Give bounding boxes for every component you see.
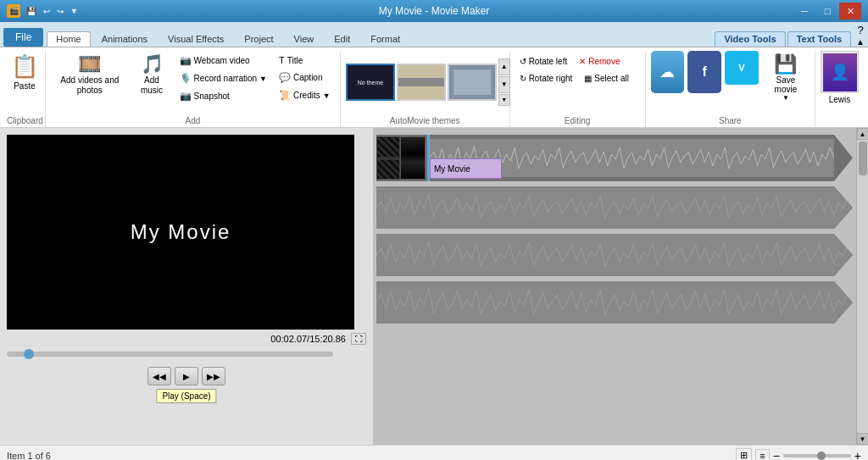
theme-contemporary[interactable] (448, 64, 497, 101)
svg-rect-5 (453, 69, 491, 95)
record-icon: 🎙️ (180, 73, 192, 84)
remove-button[interactable]: ✕ Remove (575, 54, 624, 69)
status-bar: Item 1 of 6 ⊞ ≡ − + (0, 445, 868, 460)
add-label: Add (51, 113, 334, 127)
timeline-view-btn[interactable]: ≡ (755, 449, 769, 461)
zoom-slider[interactable] (783, 454, 851, 457)
seek-thumb[interactable] (24, 349, 34, 359)
preview-panel: My Movie 00:02.07/15:20.86 ⛶ ◀◀ ▶ ▶▶ Pla… (0, 128, 373, 445)
save-quick-btn[interactable]: 💾 (24, 6, 39, 17)
snapshot-button[interactable]: 📷 Snapshot (175, 88, 271, 104)
tab-view[interactable]: View (285, 31, 324, 47)
themes-scroll-down[interactable]: ▼ (498, 76, 510, 93)
expand-preview-btn[interactable]: ⛶ (351, 333, 366, 345)
editing-group: ↺ Rotate left ✕ Remove ↻ Rotate right ▦ … (510, 51, 646, 127)
remove-icon: ✕ (579, 57, 586, 66)
add-videos-button[interactable]: 🎞️ Add videos and photos (51, 51, 128, 98)
zoom-thumb[interactable] (817, 452, 826, 460)
title-clip-text: My Movie (434, 164, 470, 174)
video-clip-2[interactable] (400, 136, 426, 180)
caption-icon: 💬 (279, 72, 291, 83)
webcam-video-button[interactable]: 📷 Webcam video (175, 53, 271, 69)
facebook-button[interactable]: f (687, 51, 721, 93)
zoom-out-btn[interactable]: − (773, 449, 780, 461)
svg-text:No theme: No theme (357, 80, 382, 86)
title-bar-left: 🎬 💾 ↩ ↪ ▼ (7, 4, 81, 18)
file-tab[interactable]: File (3, 28, 43, 47)
select-all-button[interactable]: ▦ Select all (580, 71, 633, 86)
themes-label: AutoMovie themes (346, 113, 504, 127)
video-preview: My Movie (7, 135, 354, 330)
svg-rect-8 (376, 234, 853, 276)
tab-format[interactable]: Format (361, 31, 409, 47)
scroll-down-btn[interactable]: ▼ (857, 433, 869, 445)
webcam-icon: 📷 (180, 55, 192, 66)
themes-group: No theme ▲ ▼ ▼ AutoMovie themes (341, 51, 510, 127)
tab-animations[interactable]: Animations (92, 31, 157, 47)
theme-blank[interactable]: No theme (346, 64, 395, 101)
record-dropdown-arrow[interactable]: ▼ (259, 75, 267, 83)
play-btn[interactable]: ▶ (175, 367, 198, 385)
close-btn[interactable]: ✕ (839, 3, 861, 19)
title-clip[interactable]: My Movie (430, 158, 502, 179)
title-bar: 🎬 💾 ↩ ↪ ▼ My Movie - Movie Maker ─ □ ✕ (0, 0, 868, 22)
rewind-btn[interactable]: ◀◀ (147, 367, 171, 385)
themes-scroll-up[interactable]: ▲ (498, 58, 510, 75)
tab-video-tools[interactable]: Video Tools (715, 31, 785, 47)
video-clip-1[interactable] (376, 136, 400, 180)
tab-visual-effects[interactable]: Visual Effects (159, 31, 233, 47)
seek-bar[interactable] (7, 352, 333, 357)
zoom-in-btn[interactable]: + (854, 449, 861, 461)
rotate-left-button[interactable]: ↺ Rotate left (515, 54, 572, 69)
save-movie-button[interactable]: 💾 Save movie ▼ (762, 51, 810, 104)
add-music-icon: 🎵 (141, 53, 164, 75)
timeline-tracks: My Movie (373, 128, 853, 445)
maximize-btn[interactable]: □ (816, 3, 838, 19)
add-music-button[interactable]: 🎵 Add music (131, 51, 171, 98)
add-group: 🎞️ Add videos and photos 🎵 Add music 📷 W… (46, 51, 340, 127)
save-movie-arrow: ▼ (782, 94, 789, 102)
status-right: ⊞ ≡ − + (736, 448, 861, 460)
title-button[interactable]: T Title (275, 53, 335, 68)
profile-group: 👤 Lewis (815, 51, 866, 127)
paste-icon: 📋 (11, 53, 38, 80)
rotate-left-icon: ↺ (520, 57, 526, 66)
scroll-thumb[interactable] (859, 141, 867, 175)
clipboard-items: 📋 Paste (7, 51, 42, 113)
main-content: My Movie 00:02.07/15:20.86 ⛶ ◀◀ ▶ ▶▶ Pla… (0, 128, 868, 445)
track-3 (376, 234, 853, 276)
vimeo-button[interactable]: V (725, 51, 759, 85)
ribbon-help-btn[interactable]: ? (856, 24, 865, 36)
track-2 (376, 186, 853, 229)
themes-menu[interactable]: ▼ (498, 94, 510, 106)
tab-home[interactable]: Home (47, 31, 90, 47)
track-1: My Movie (376, 135, 853, 181)
record-narration-button[interactable]: 🎙️ Record narration ▼ (175, 70, 271, 86)
caption-button[interactable]: 💬 Caption (275, 69, 335, 86)
track-4 (376, 281, 853, 324)
theme-cinematic[interactable] (397, 64, 446, 101)
add-items: 🎞️ Add videos and photos 🎵 Add music 📷 W… (51, 51, 334, 113)
add-videos-icon: 🎞️ (78, 53, 101, 75)
tab-project[interactable]: Project (235, 31, 282, 47)
storyboard-view-btn[interactable]: ⊞ (736, 448, 752, 460)
redo-quick-btn[interactable]: ↪ (54, 6, 66, 17)
forward-btn[interactable]: ▶▶ (202, 367, 225, 385)
profile-name: Lewis (829, 95, 851, 104)
customize-quick-btn[interactable]: ▼ (68, 6, 81, 16)
credits-button[interactable]: 📜 Credits ▼ (275, 87, 335, 103)
onedrive-button[interactable]: ☁ (651, 51, 685, 93)
window-controls: ─ □ ✕ (793, 3, 861, 19)
undo-quick-btn[interactable]: ↩ (41, 6, 53, 17)
paste-button[interactable]: 📋 Paste (7, 51, 42, 93)
credits-dropdown-arrow[interactable]: ▼ (323, 91, 331, 100)
tab-text-tools[interactable]: Text Tools (787, 31, 851, 47)
svg-rect-7 (376, 186, 853, 229)
profile-avatar[interactable]: 👤 (821, 51, 859, 93)
minimize-btn[interactable]: ─ (793, 3, 815, 19)
tab-edit[interactable]: Edit (325, 31, 359, 47)
ribbon-collapse-btn[interactable]: ▲ (856, 37, 865, 47)
clipboard-label: Clipboard (7, 113, 40, 127)
scroll-up-btn[interactable]: ▲ (857, 128, 869, 140)
rotate-right-button[interactable]: ↻ Rotate right (515, 71, 577, 86)
